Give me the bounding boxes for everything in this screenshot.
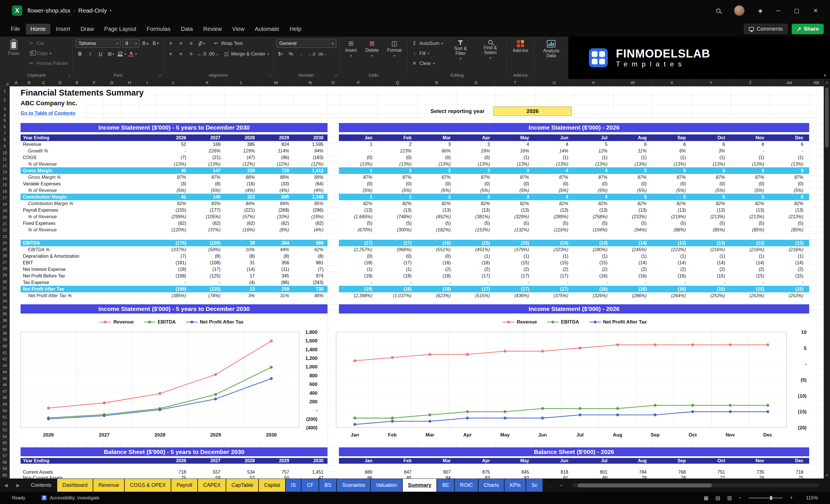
cell[interactable]: 12% [574,148,613,154]
cell[interactable]: 83% [190,200,225,207]
cell[interactable]: (199) [156,286,190,292]
cell[interactable]: (2) [731,266,770,273]
cell[interactable]: 16% [496,148,535,154]
cell[interactable]: 45 [156,167,190,174]
sheet-nav-right-icon[interactable]: ▶ [12,483,24,488]
cell[interactable] [225,464,259,469]
cell[interactable]: (15) [535,259,574,266]
cell[interactable]: (0) [378,181,417,187]
company-cell[interactable]: ABC Company Inc. [21,99,83,107]
sheet-tab-kpis[interactable]: KPIs [505,479,526,492]
cell[interactable]: (15) [456,240,496,246]
cell[interactable]: (0) [770,181,809,187]
header-col[interactable]: Feb [378,458,417,464]
sheet-tab-charts[interactable]: Charts [478,479,504,492]
cell[interactable]: 87% [496,174,535,181]
cell[interactable]: (62) [293,220,327,226]
cell[interactable] [731,233,770,240]
cell[interactable]: 66% [417,148,456,154]
cell[interactable]: 735 [731,469,770,475]
cell[interactable]: - [339,279,378,286]
row-header-33[interactable]: 33 [0,298,9,304]
cell[interactable]: 2 [417,167,456,174]
cell[interactable]: (0) [496,181,535,187]
sheet-tab-cf[interactable]: CF [301,479,319,492]
format-cells-button[interactable]: ◫Format▾ [384,39,405,72]
cell[interactable]: (5%) [339,187,378,194]
cell[interactable] [613,464,652,469]
cell[interactable]: 5 [770,167,809,174]
cell[interactable]: 123% [378,148,417,154]
horizontal-scrollbar[interactable] [572,483,819,487]
cell[interactable]: (245%) [613,246,652,253]
cell[interactable]: - [692,279,731,286]
sheet-tab-contents[interactable]: Contents [26,479,57,492]
row-header-52[interactable]: 52 [0,420,9,427]
cell-label[interactable]: EBITDA [21,240,156,246]
cell[interactable]: (8) [293,253,327,259]
cell[interactable]: (0) [339,154,378,161]
cell[interactable]: 85% [293,200,327,207]
header-col[interactable]: May [496,134,535,141]
header-col[interactable]: 2026 [156,134,190,141]
cell[interactable]: 80 [574,475,613,478]
cell[interactable]: (748%) [378,213,417,220]
cell[interactable]: 75 [770,475,809,478]
cell[interactable]: 84% [225,200,259,207]
cell[interactable]: - [156,279,190,286]
row-header-27[interactable]: 27 [0,259,9,266]
legend-item[interactable]: Revenue [503,319,537,325]
row-header-19[interactable]: 19 [0,208,9,214]
cell[interactable]: 59 [190,475,225,478]
format-painter-button[interactable]: ✏Format Painter [28,59,69,68]
cell-label[interactable] [21,233,156,240]
cell[interactable]: 728 [259,167,293,174]
cell[interactable]: (264%) [652,292,692,299]
cell[interactable]: (13) [574,207,613,213]
cell[interactable]: (5) [496,220,535,226]
cell[interactable]: 730 [293,286,327,292]
cell[interactable]: (0) [339,181,378,187]
column-header-F[interactable]: F [86,79,103,86]
cell[interactable]: (57%) [225,213,259,220]
cell[interactable]: (17) [339,240,378,246]
cell[interactable]: (199) [156,273,190,279]
cell[interactable]: 19% [456,148,496,154]
header-col[interactable]: Sep [652,458,692,464]
cell[interactable]: (670%) [339,226,378,233]
header-col[interactable]: Sep [652,134,692,141]
cell[interactable]: 82% [692,200,731,207]
cell[interactable]: (5) [339,220,378,226]
align-right-icon[interactable]: ≡ [187,50,195,58]
menu-tab-insert[interactable]: Insert [52,24,75,34]
cell[interactable]: 5 [770,194,809,200]
cell-label[interactable]: Net Profit Before Tax [21,273,156,279]
cell[interactable]: - [770,279,809,286]
cell[interactable]: (233%) [613,213,652,220]
cell[interactable]: (17) [496,286,535,292]
cell[interactable]: (16%) [225,226,259,233]
cell[interactable]: (4%) [225,187,259,194]
cell[interactable]: (223%) [652,246,692,253]
cell[interactable] [293,233,327,240]
row-header-7[interactable]: 7 [0,130,9,137]
row-header-14[interactable]: 14 [0,175,9,182]
cell[interactable]: (18) [417,286,456,292]
delete-cells-button[interactable]: ⊠Delete▾ [362,39,381,72]
cell[interactable]: (216%) [731,246,770,253]
cell[interactable]: (1) [456,253,496,259]
header-col[interactable]: 2030 [293,134,327,141]
column-header-C[interactable]: C [36,79,52,86]
cell[interactable]: (94%) [613,226,652,233]
cell[interactable]: 339 [225,167,259,174]
cell[interactable]: 259 [259,286,293,292]
row-header-18[interactable]: 18 [0,201,9,208]
cell[interactable]: (5%) [574,187,613,194]
cell[interactable]: - [339,148,378,154]
cell[interactable]: (13%) [378,161,417,167]
cell[interactable]: (13) [456,207,496,213]
sheet-title-cell[interactable]: Financial Statements Summary [21,88,149,98]
sheet-tab-bs[interactable]: BS [319,479,337,492]
cell[interactable]: 5 [692,194,731,200]
menu-tab-view[interactable]: View [228,24,249,34]
